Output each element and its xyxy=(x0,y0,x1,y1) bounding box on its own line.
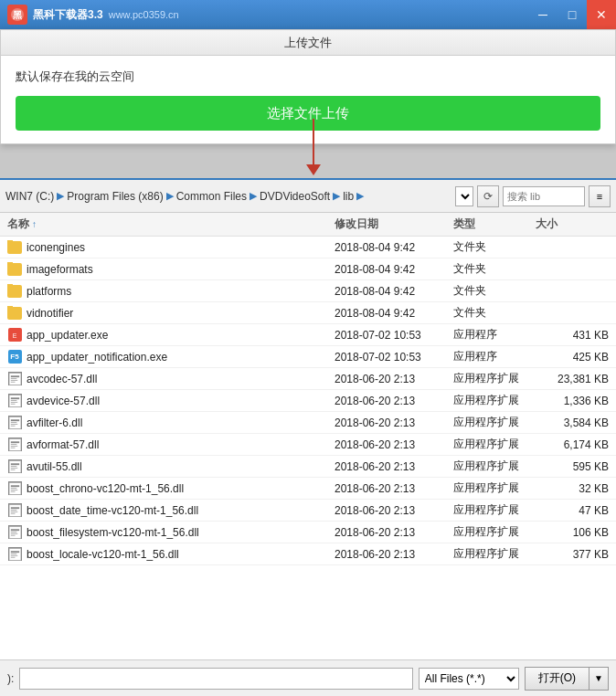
folder-icon xyxy=(7,285,22,298)
file-type: 应用程序扩展 xyxy=(453,459,536,474)
file-size: 32 KB xyxy=(536,482,609,495)
table-row[interactable]: avformat-57.dll 2018-06-20 2:13 应用程序扩展 6… xyxy=(0,434,616,456)
svg-rect-13 xyxy=(10,403,15,404)
svg-rect-36 xyxy=(10,510,16,511)
table-row[interactable]: imageformats 2018-08-04 9:42 文件夹 xyxy=(0,258,616,280)
file-name-cell: iconengines xyxy=(7,240,335,255)
breadcrumb-commonfiles[interactable]: Common Files xyxy=(176,190,247,203)
file-type: 文件夹 xyxy=(453,283,536,299)
breadcrumb-dropdown[interactable] xyxy=(455,186,473,206)
close-button[interactable]: ✕ xyxy=(587,0,616,29)
file-date: 2018-08-04 9:42 xyxy=(335,241,453,254)
svg-rect-21 xyxy=(10,444,16,445)
svg-rect-38 xyxy=(10,512,15,513)
file-name-cell: vidnotifier xyxy=(7,306,335,321)
table-row[interactable]: F5 app_updater_notification.exe 2018-07-… xyxy=(0,346,616,368)
open-button[interactable]: 打开(O) xyxy=(525,667,589,691)
table-row[interactable]: iconengines 2018-08-04 9:42 文件夹 xyxy=(0,237,616,258)
svg-rect-16 xyxy=(10,422,16,423)
col-type[interactable]: 类型 xyxy=(453,216,536,232)
table-row[interactable]: avdevice-57.dll 2018-06-20 2:13 应用程序扩展 1… xyxy=(0,390,616,412)
folder-icon xyxy=(7,263,22,276)
svg-rect-26 xyxy=(10,466,16,467)
title-bar: 黑 黑科下载器3.3 www.pc0359.cn ─ □ ✕ xyxy=(0,0,616,29)
table-row[interactable]: platforms 2018-08-04 9:42 文件夹 xyxy=(0,280,616,302)
svg-rect-6 xyxy=(10,378,16,379)
svg-rect-17 xyxy=(10,423,16,424)
maximize-button[interactable]: □ xyxy=(558,0,587,29)
file-name: iconengines xyxy=(27,241,85,254)
table-row[interactable]: avutil-55.dll 2018-06-20 2:13 应用程序扩展 595… xyxy=(0,456,616,478)
file-icon xyxy=(7,262,22,277)
view-toggle-button[interactable]: ≡ xyxy=(589,185,611,207)
file-name-cell: boost_date_time-vc120-mt-1_56.dll xyxy=(7,503,335,518)
file-date: 2018-06-20 2:13 xyxy=(335,438,453,451)
file-name: app_updater.exe xyxy=(27,329,108,342)
arrow-line xyxy=(313,119,314,164)
file-date: 2018-06-20 2:13 xyxy=(335,482,453,495)
col-name[interactable]: 名称 ↑ xyxy=(7,216,335,232)
file-type: 应用程序 xyxy=(453,349,536,364)
svg-rect-41 xyxy=(10,532,16,533)
filename-label: ): xyxy=(7,672,14,685)
svg-rect-20 xyxy=(10,441,18,443)
file-name-cell: avdevice-57.dll xyxy=(7,394,335,408)
browser-toolbar: WIN7 (C:) ▶ Program Files (x86) ▶ Common… xyxy=(0,180,616,213)
file-icon xyxy=(7,284,22,299)
file-date: 2018-06-20 2:13 xyxy=(335,373,453,385)
file-date: 2018-07-02 10:53 xyxy=(335,329,453,342)
table-row[interactable]: vidnotifier 2018-08-04 9:42 文件夹 xyxy=(0,302,616,324)
col-size[interactable]: 大小 xyxy=(536,216,609,232)
file-size: 425 KB xyxy=(536,351,609,364)
table-row[interactable]: boost_filesystem-vc120-mt-1_56.dll 2018-… xyxy=(0,522,616,543)
svg-rect-25 xyxy=(10,463,18,465)
svg-text:黑: 黑 xyxy=(13,10,23,20)
bottom-bar: ): All Files (*.*) 打开(O) ▼ xyxy=(0,659,616,696)
svg-rect-47 xyxy=(10,554,16,555)
svg-rect-48 xyxy=(10,556,15,557)
file-icon xyxy=(7,481,22,496)
file-date: 2018-06-20 2:13 xyxy=(335,417,453,429)
table-row[interactable]: E app_updater.exe 2018-07-02 10:53 应用程序 … xyxy=(0,324,616,346)
breadcrumb-lib[interactable]: lib xyxy=(343,190,354,203)
file-name: avutil-55.dll xyxy=(27,460,82,473)
table-row[interactable]: boost_chrono-vc120-mt-1_56.dll 2018-06-2… xyxy=(0,478,616,500)
search-input[interactable] xyxy=(503,186,585,206)
table-row[interactable]: avcodec-57.dll 2018-06-20 2:13 应用程序扩展 23… xyxy=(0,368,616,390)
table-row[interactable]: boost_locale-vc120-mt-1_56.dll 2018-06-2… xyxy=(0,543,616,565)
file-icon xyxy=(7,503,22,518)
svg-rect-46 xyxy=(10,554,16,554)
file-type: 文件夹 xyxy=(453,261,536,277)
file-type: 应用程序扩展 xyxy=(453,437,536,452)
svg-rect-7 xyxy=(10,379,16,380)
file-type: 应用程序扩展 xyxy=(453,524,536,540)
refresh-button[interactable]: ⟳ xyxy=(477,185,499,207)
table-row[interactable]: boost_date_time-vc120-mt-1_56.dll 2018-0… xyxy=(0,500,616,522)
breadcrumb-programfiles[interactable]: Program Files (x86) xyxy=(67,190,163,203)
col-date[interactable]: 修改日期 xyxy=(335,216,453,232)
file-icon xyxy=(7,306,22,321)
file-name-cell: avcodec-57.dll xyxy=(7,372,335,386)
file-date: 2018-07-02 10:53 xyxy=(335,351,453,364)
filename-input[interactable] xyxy=(19,668,412,690)
file-date: 2018-08-04 9:42 xyxy=(335,285,453,298)
breadcrumb-drive[interactable]: WIN7 (C:) xyxy=(5,190,54,203)
svg-rect-5 xyxy=(10,375,18,377)
open-button-dropdown[interactable]: ▼ xyxy=(589,667,609,691)
app-title: 黑科下载器3.3 xyxy=(33,7,103,23)
dll-icon xyxy=(8,547,22,561)
file-name-cell: F5 app_updater_notification.exe xyxy=(7,350,335,364)
svg-rect-11 xyxy=(10,400,16,401)
breadcrumb-dvdvideosoft[interactable]: DVDVideoSoft xyxy=(260,190,330,203)
file-type: 应用程序 xyxy=(453,327,536,343)
app-website: www.pc0359.cn xyxy=(109,9,179,20)
dll-icon xyxy=(8,416,22,429)
svg-rect-10 xyxy=(10,397,18,399)
minimize-button[interactable]: ─ xyxy=(528,0,558,29)
file-type: 文件夹 xyxy=(453,239,536,255)
table-row[interactable]: avfilter-6.dll 2018-06-20 2:13 应用程序扩展 3,… xyxy=(0,412,616,434)
svg-text:E: E xyxy=(13,332,17,339)
exe-icon: F5 xyxy=(8,350,22,364)
file-name-cell: avutil-55.dll xyxy=(7,459,335,474)
filetype-select[interactable]: All Files (*.*) xyxy=(419,668,519,690)
